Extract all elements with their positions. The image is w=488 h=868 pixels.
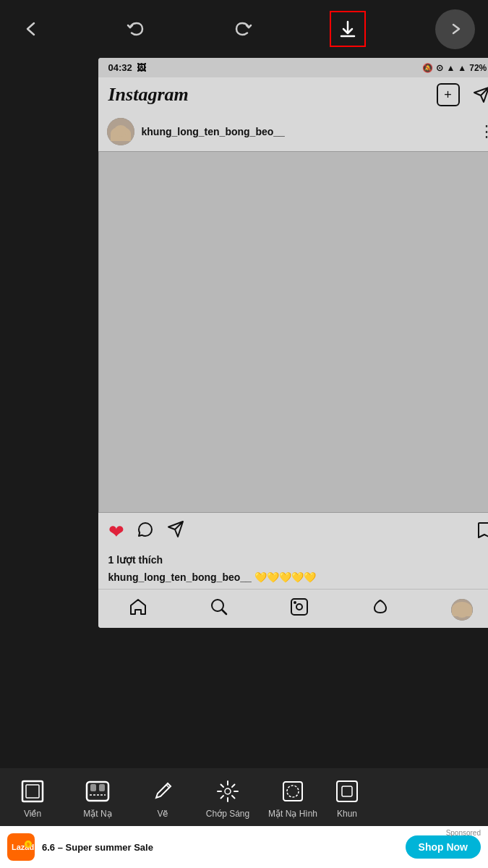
new-post-button[interactable]: +	[437, 83, 460, 106]
svg-rect-6	[22, 781, 43, 801]
comment-button[interactable]	[136, 520, 155, 544]
undo-button[interactable]	[119, 11, 155, 47]
back-button[interactable]	[13, 11, 49, 47]
send-button[interactable]	[470, 83, 489, 106]
avatar	[107, 118, 134, 145]
battery-text: 72%	[469, 63, 487, 73]
khun-icon	[334, 778, 360, 804]
tool-khun[interactable]: Khun	[325, 774, 369, 823]
phone-frame: 04:32 🖼 🔕 ⊙ ▲ ▲ 72% ▪ Instagram +	[98, 58, 489, 628]
svg-rect-3	[291, 599, 307, 615]
svg-rect-25	[342, 786, 352, 796]
svg-point-21	[225, 788, 231, 794]
mat-na-label: Mặt Nạ	[83, 809, 111, 819]
tool-mat-na-hinh[interactable]: Mặt Nạ Hình	[260, 774, 325, 823]
khun-label: Khun	[337, 809, 357, 819]
svg-line-17	[221, 785, 224, 788]
ad-logo: Lazada 9	[7, 833, 35, 861]
photo-icon: 🖼	[137, 62, 146, 73]
svg-point-5	[294, 601, 296, 604]
search-nav-button[interactable]	[209, 597, 229, 622]
vien-label: Viền	[24, 809, 41, 819]
post-user: khung_long_ten_bong_beo__	[107, 118, 285, 145]
svg-text:9: 9	[27, 842, 30, 847]
caption-username[interactable]: khung_long_ten_bong_beo__	[108, 571, 252, 583]
reels-nav-button[interactable]	[289, 597, 309, 622]
svg-rect-10	[99, 784, 105, 791]
app-bottom-toolbar: Viền Mặt Nạ Vẽ	[0, 768, 488, 826]
redo-button[interactable]	[224, 11, 260, 47]
post-actions: ❤	[98, 513, 489, 551]
signal2-icon: ▲	[458, 63, 466, 73]
instagram-header: Instagram +	[98, 77, 489, 112]
ve-label: Vẽ	[157, 809, 168, 819]
header-icons: +	[437, 83, 489, 106]
mat-na-icon	[85, 778, 111, 804]
likes-count: 1 lượt thích	[98, 551, 489, 569]
svg-line-18	[232, 796, 235, 799]
vien-icon	[20, 778, 46, 804]
svg-point-4	[296, 604, 302, 610]
post-caption: khung_long_ten_bong_beo__ 💛💛💛💛💛	[98, 569, 489, 589]
wifi-icon: ⊙	[436, 63, 443, 73]
username[interactable]: khung_long_ten_bong_beo__	[142, 126, 285, 137]
caption-emojis: 💛💛💛💛💛	[254, 571, 316, 583]
more-options-button[interactable]: ⋮	[479, 122, 489, 141]
svg-line-20	[221, 796, 224, 799]
tool-ve[interactable]: Vẽ	[130, 774, 195, 823]
mat-na-hinh-icon	[280, 778, 306, 804]
home-nav-button[interactable]	[128, 597, 148, 622]
svg-point-23	[287, 786, 299, 797]
time: 04:32	[108, 62, 132, 73]
tool-mat-na[interactable]: Mặt Nạ	[65, 774, 130, 823]
forward-button[interactable]	[435, 9, 475, 49]
ve-icon	[150, 778, 176, 804]
download-button[interactable]	[330, 11, 366, 47]
svg-rect-22	[283, 782, 302, 801]
svg-rect-24	[337, 781, 357, 801]
instagram-bottom-nav	[98, 589, 489, 628]
bookmark-button[interactable]	[476, 521, 489, 544]
instagram-logo: Instagram	[108, 84, 189, 106]
svg-line-2	[222, 610, 226, 614]
top-toolbar	[0, 0, 488, 58]
svg-rect-7	[26, 785, 39, 798]
mute-icon: 🔕	[422, 63, 433, 73]
activity-nav-button[interactable]	[370, 597, 390, 622]
ad-sponsored-label: Sponsored	[446, 829, 481, 837]
svg-rect-8	[87, 782, 108, 801]
ad-banner: Sponsored Lazada 9 6.6 – Super summer Sa…	[0, 826, 488, 868]
tool-vien[interactable]: Viền	[0, 774, 65, 823]
status-bar: 04:32 🖼 🔕 ⊙ ▲ ▲ 72% ▪	[98, 58, 489, 77]
ad-text: 6.6 – Super summer Sale	[42, 842, 398, 853]
tool-chop-sang[interactable]: Chớp Sáng	[195, 774, 260, 823]
like-button[interactable]: ❤	[108, 521, 124, 543]
svg-line-19	[232, 785, 235, 788]
profile-nav-button[interactable]	[451, 599, 473, 621]
signal-icon: ▲	[446, 63, 455, 73]
shop-now-button[interactable]: Shop Now	[406, 835, 481, 859]
svg-rect-9	[90, 784, 96, 791]
mat-na-hinh-label: Mặt Nạ Hình	[268, 809, 317, 819]
share-button[interactable]	[166, 520, 185, 544]
chop-sang-label: Chớp Sáng	[206, 809, 249, 819]
post-image	[98, 151, 489, 513]
chop-sang-icon	[215, 778, 241, 804]
post-header: khung_long_ten_bong_beo__ ⋮	[98, 112, 489, 151]
post-actions-left: ❤	[108, 520, 185, 544]
